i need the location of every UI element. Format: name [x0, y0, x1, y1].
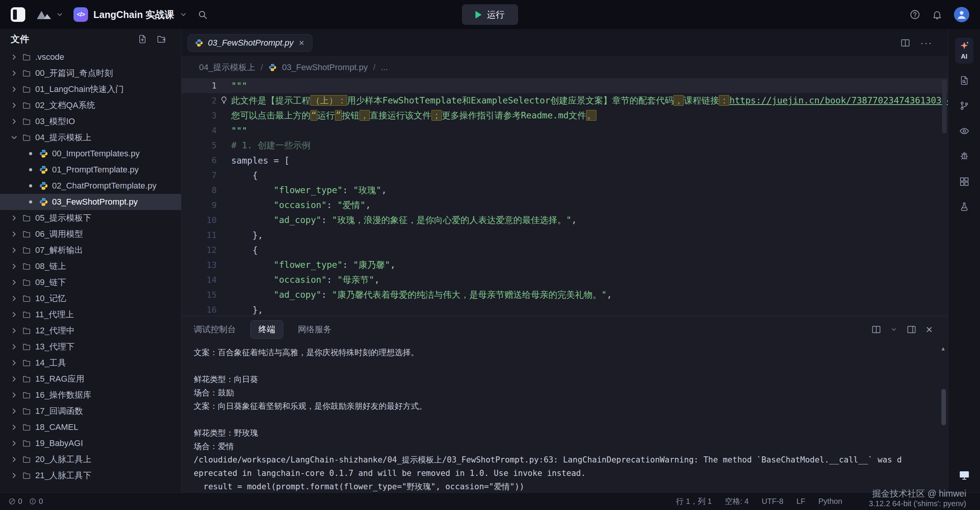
chevron-down-icon[interactable] [890, 326, 897, 333]
testing-icon[interactable] [959, 202, 970, 212]
tree-folder-16_操作数据库[interactable]: 16_操作数据库 [0, 387, 181, 403]
breadcrumb-item[interactable]: ... [381, 62, 388, 72]
breadcrumb-item[interactable]: 04_提示模板上 [199, 62, 255, 73]
tab-03-fewshotprompt[interactable]: 03_FewShotPrompt.py × [188, 34, 312, 52]
close-panel-icon[interactable]: × [926, 324, 933, 335]
token-str: "flower_type" [274, 260, 343, 270]
tree-folder-17_回调函数[interactable]: 17_回调函数 [0, 403, 181, 419]
lightbulb-icon[interactable] [220, 96, 228, 104]
code-text: { [231, 171, 258, 180]
tree-folder-00_开篇词_奇点时刻[interactable]: 00_开篇词_奇点时刻 [0, 65, 181, 81]
search-icon[interactable] [197, 9, 208, 20]
token-str: 按钮 [342, 110, 359, 120]
tree-folder-11_代理上[interactable]: 11_代理上 [0, 307, 181, 323]
panel-tab-调试控制台[interactable]: 调试控制台 [194, 321, 236, 338]
tree-file-02_ChatPromptTemplate.py[interactable]: 02_ChatPromptTemplate.py [0, 178, 181, 194]
statusbar-item[interactable]: 空格: 4 [725, 496, 748, 507]
chevron-icon [10, 117, 18, 126]
help-icon[interactable] [910, 9, 920, 20]
terminal-line: 文案：百合象征着纯洁与高雅，是你庆祝特殊时刻的理想选择。 [194, 346, 933, 359]
terminal-line: result = model(prompt.format(flower_type… [194, 480, 933, 492]
statusbar-item[interactable]: UTF-8 [762, 497, 784, 506]
tree-file-01_PromptTemplate.py[interactable]: 01_PromptTemplate.py [0, 162, 181, 178]
tree-file-03_FewShotPrompt.py[interactable]: 03_FewShotPrompt.py [0, 194, 181, 210]
code-editor[interactable]: 1"""2此文件是【提示工程（上）：用少样本FewShotTemplate和Ex… [181, 78, 948, 316]
python-icon [39, 197, 48, 207]
file-search-icon[interactable] [959, 75, 970, 86]
tree-folder-06_调用模型[interactable]: 06_调用模型 [0, 226, 181, 242]
scroll-up-icon[interactable]: ▲ [942, 345, 945, 351]
workspace-switcher[interactable]: </> LangChain 实战课 [74, 7, 187, 22]
terminal-scrollbar[interactable] [941, 389, 946, 425]
tree-folder-15_RAG应用[interactable]: 15_RAG应用 [0, 371, 181, 387]
tree-folder-20_人脉工具上[interactable]: 20_人脉工具上 [0, 451, 181, 467]
tree-folder-09_链下[interactable]: 09_链下 [0, 274, 181, 290]
warnings-indicator[interactable]: 0 [29, 497, 43, 506]
tree-folder-03_模型IO[interactable]: 03_模型IO [0, 113, 181, 130]
tree-folder-02_文档QA系统[interactable]: 02_文档QA系统 [0, 97, 181, 113]
token-str: 此文件是【提示工程 [231, 95, 310, 105]
statusbar-item[interactable]: Python [818, 497, 842, 506]
tree-folder-.vscode[interactable]: .vscode [0, 49, 181, 65]
split-terminal-icon[interactable] [871, 325, 881, 335]
chevron-icon [10, 85, 18, 93]
run-button[interactable]: 运行 [462, 5, 518, 25]
python-icon [39, 165, 48, 174]
extensions-icon[interactable] [959, 176, 970, 187]
token-link[interactable]: https://juejin.cn/book/73877023474361303… [729, 95, 948, 105]
token-str: """ [231, 126, 247, 136]
source-control-icon[interactable] [959, 100, 970, 111]
tree-folder-18_CAMEL[interactable]: 18_CAMEL [0, 419, 181, 435]
code-text: 此文件是【提示工程（上）：用少样本FewShotTemplate和Example… [231, 95, 948, 107]
panel-tab-终端[interactable]: 终端 [250, 320, 283, 339]
token-str: 运行 [317, 110, 335, 120]
statusbar-item[interactable]: 行 1，列 1 [676, 496, 712, 507]
terminal-output[interactable]: 文案：百合象征着纯洁与高雅，是你庆祝特殊时刻的理想选择。鲜花类型：向日葵场合：鼓… [181, 343, 948, 492]
split-editor-icon[interactable] [900, 38, 910, 48]
errors-indicator[interactable]: 0 [8, 497, 22, 506]
tree-folder-08_链上[interactable]: 08_链上 [0, 258, 181, 274]
sidebar-toggle-icon[interactable] [11, 7, 25, 22]
debug-icon[interactable] [959, 151, 970, 162]
app-logo[interactable] [35, 8, 64, 21]
tree-item-label: 03_FewShotPrompt.py [52, 197, 138, 207]
token-str: "母亲节" [337, 275, 374, 285]
tree-folder-21_人脉工具下[interactable]: 21_人脉工具下 [0, 467, 181, 484]
panel-layout-icon[interactable] [906, 325, 916, 335]
token-plain: : [321, 290, 332, 300]
token-plain: }, [231, 230, 263, 240]
tree-folder-05_提示模板下[interactable]: 05_提示模板下 [0, 210, 181, 226]
tree-item-label: 10_记忆 [35, 293, 66, 304]
folder-icon [22, 326, 31, 335]
tree-folder-10_记忆[interactable]: 10_记忆 [0, 290, 181, 307]
workspace-name: LangChain 实战课 [93, 8, 174, 21]
chevron-icon [10, 375, 18, 383]
tree-file-00_ImportTemplates.py[interactable]: 00_ImportTemplates.py [0, 146, 181, 162]
panel-tab-网络服务[interactable]: 网络服务 [298, 321, 332, 338]
remote-desktop-icon[interactable] [959, 469, 970, 482]
explorer-header: 文件 [0, 29, 181, 49]
notifications-bell-icon[interactable] [932, 9, 942, 20]
line-number: 8 [181, 185, 217, 195]
tree-folder-04_提示模板上[interactable]: 04_提示模板上 [0, 130, 181, 146]
tree-folder-19_BabyAGI[interactable]: 19_BabyAGI [0, 435, 181, 451]
tree-folder-12_代理中[interactable]: 12_代理中 [0, 323, 181, 339]
tree-folder-13_代理下[interactable]: 13_代理下 [0, 339, 181, 355]
chevron-icon [10, 343, 18, 351]
code-line-3: 3您可以点击最上方的“运行”按钮，直接运行该文件；更多操作指引请参考Readme… [181, 108, 948, 123]
tree-folder-14_工具[interactable]: 14_工具 [0, 355, 181, 371]
breadcrumb-item[interactable]: 03_FewShotPrompt.py [282, 62, 368, 72]
tree-folder-07_解析输出[interactable]: 07_解析输出 [0, 242, 181, 258]
user-avatar[interactable] [954, 7, 969, 22]
tab-close-icon[interactable]: × [298, 38, 305, 48]
ai-assistant-icon[interactable]: AI [955, 38, 973, 64]
editor-scrollbar[interactable] [942, 80, 947, 133]
preview-icon[interactable] [959, 126, 970, 136]
statusbar-item[interactable]: LF [796, 497, 805, 506]
token-plain: : [327, 275, 337, 285]
new-file-icon[interactable] [137, 34, 147, 44]
new-folder-icon[interactable] [157, 34, 167, 44]
tree-folder-01_LangChain快速入门[interactable]: 01_LangChain快速入门 [0, 81, 181, 97]
more-actions-icon[interactable]: ··· [920, 38, 933, 48]
token-str: "玫瑰" [353, 185, 382, 195]
